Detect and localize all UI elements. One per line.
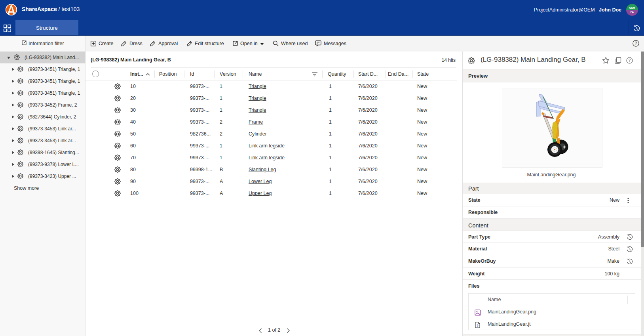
svg-text:?: ? xyxy=(635,41,637,46)
svg-text:?: ? xyxy=(629,58,631,63)
svg-text:?: ? xyxy=(476,324,478,328)
